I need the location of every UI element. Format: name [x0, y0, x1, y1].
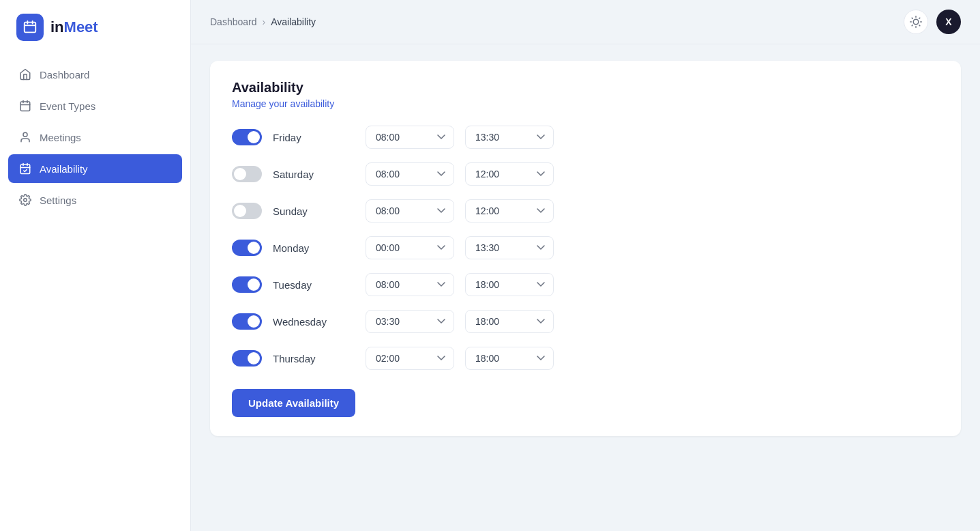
- page-subtitle: Manage your availability: [232, 98, 939, 109]
- breadcrumb: Dashboard › Availability: [210, 16, 316, 27]
- sidebar: inMeet Dashboard Event Types: [0, 0, 191, 531]
- main-area: Dashboard › Availability X: [191, 0, 980, 531]
- availability-row-friday: Friday 08:00 13:30: [232, 126, 939, 149]
- day-label-tuesday: Tuesday: [273, 279, 355, 291]
- calendar-check-icon: [19, 162, 31, 175]
- svg-rect-9: [20, 164, 30, 174]
- day-label-sunday: Sunday: [273, 205, 355, 217]
- sidebar-item-event-types[interactable]: Event Types: [8, 91, 182, 120]
- availability-row-tuesday: Tuesday 08:00 18:00: [232, 273, 939, 296]
- availability-row-saturday: Saturday 08:00 12:00: [232, 162, 939, 186]
- start-time-wednesday[interactable]: 03:30: [366, 310, 454, 333]
- sidebar-item-availability[interactable]: Availability: [8, 154, 182, 183]
- end-time-wednesday[interactable]: 18:00: [465, 310, 554, 333]
- sidebar-item-meetings-label: Meetings: [40, 132, 81, 143]
- day-label-thursday: Thursday: [273, 353, 355, 364]
- breadcrumb-parent[interactable]: Dashboard: [210, 16, 257, 27]
- sidebar-item-meetings[interactable]: Meetings: [8, 123, 182, 152]
- toggle-sunday[interactable]: [232, 203, 262, 219]
- sidebar-item-availability-label: Availability: [40, 163, 88, 175]
- toggle-saturday[interactable]: [232, 166, 262, 182]
- start-time-saturday[interactable]: 08:00: [366, 162, 454, 186]
- svg-point-14: [913, 19, 919, 25]
- day-label-wednesday: Wednesday: [273, 316, 355, 328]
- availability-card: Availability Manage your availability Fr…: [210, 61, 961, 436]
- end-time-saturday[interactable]: 12:00: [465, 162, 554, 186]
- avatar[interactable]: X: [936, 10, 961, 34]
- svg-line-18: [919, 25, 920, 26]
- day-label-monday: Monday: [273, 242, 355, 254]
- sidebar-item-settings[interactable]: Settings: [8, 186, 182, 214]
- calendar-icon: [19, 100, 31, 112]
- home-icon: [19, 68, 31, 81]
- toggle-tuesday[interactable]: [232, 276, 262, 293]
- content-area: Availability Manage your availability Fr…: [191, 44, 980, 531]
- logo: inMeet: [0, 0, 190, 55]
- breadcrumb-current: Availability: [271, 16, 316, 27]
- start-time-tuesday[interactable]: 08:00: [366, 273, 454, 296]
- start-time-sunday[interactable]: 08:00: [366, 199, 454, 223]
- sidebar-item-dashboard-label: Dashboard: [40, 69, 89, 81]
- logo-text: inMeet: [50, 18, 98, 36]
- availability-row-thursday: Thursday 02:00 18:00: [232, 347, 939, 370]
- user-icon: [19, 131, 31, 143]
- toggle-monday[interactable]: [232, 240, 262, 256]
- svg-line-21: [912, 25, 912, 26]
- gear-icon: [19, 194, 31, 206]
- toggle-wednesday[interactable]: [232, 313, 262, 330]
- end-time-monday[interactable]: 13:30: [465, 236, 554, 259]
- start-time-monday[interactable]: 00:00: [366, 236, 454, 259]
- availability-row-monday: Monday 00:00 13:30: [232, 236, 939, 259]
- end-time-friday[interactable]: 13:30: [465, 126, 554, 149]
- start-time-thursday[interactable]: 02:00: [366, 347, 454, 370]
- svg-rect-0: [25, 23, 36, 33]
- sidebar-nav: Dashboard Event Types Meetings: [0, 60, 190, 214]
- end-time-thursday[interactable]: 18:00: [465, 347, 554, 370]
- day-label-saturday: Saturday: [273, 169, 355, 180]
- svg-line-22: [919, 18, 920, 18]
- breadcrumb-separator: ›: [263, 16, 266, 27]
- svg-line-17: [912, 18, 912, 18]
- header: Dashboard › Availability X: [191, 0, 980, 44]
- sun-icon: [910, 16, 922, 28]
- svg-point-8: [23, 132, 27, 137]
- availability-row-wednesday: Wednesday 03:30 18:00: [232, 310, 939, 333]
- page-title: Availability: [232, 80, 939, 96]
- sidebar-item-event-types-label: Event Types: [40, 100, 95, 112]
- toggle-thursday[interactable]: [232, 350, 262, 367]
- logo-icon: [16, 14, 44, 41]
- availability-row-sunday: Sunday 08:00 12:00: [232, 199, 939, 223]
- sidebar-item-settings-label: Settings: [40, 195, 76, 206]
- end-time-sunday[interactable]: 12:00: [465, 199, 554, 223]
- end-time-tuesday[interactable]: 18:00: [465, 273, 554, 296]
- header-actions: X: [904, 10, 961, 34]
- svg-point-13: [24, 199, 27, 202]
- start-time-friday[interactable]: 08:00: [366, 126, 454, 149]
- sidebar-item-dashboard[interactable]: Dashboard: [8, 60, 182, 89]
- theme-toggle-button[interactable]: [904, 10, 928, 34]
- toggle-friday[interactable]: [232, 129, 262, 145]
- day-label-friday: Friday: [273, 132, 355, 143]
- update-availability-button[interactable]: Update Availability: [232, 389, 355, 417]
- svg-rect-4: [20, 102, 30, 111]
